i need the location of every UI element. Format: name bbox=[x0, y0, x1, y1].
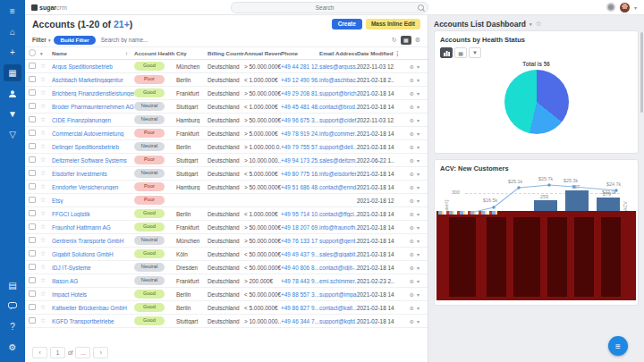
account-name-link[interactable]: Broder Pharmaunternehmen AG bbox=[52, 104, 134, 110]
global-search-input[interactable] bbox=[232, 4, 418, 12]
row-settings-icon[interactable]: ⚙ bbox=[410, 184, 414, 190]
table-row[interactable]: ☆ Impact Hotels Good Berlin Deutschland … bbox=[25, 288, 428, 301]
cell-phone[interactable]: +49 12 490 96... bbox=[281, 77, 319, 83]
settings-icon[interactable]: ⚙ bbox=[4, 339, 21, 356]
column-account-health[interactable]: Account Health bbox=[134, 50, 176, 56]
row-settings-icon[interactable]: ⚙ bbox=[410, 251, 414, 257]
refresh-icon[interactable]: ↻ bbox=[392, 37, 397, 44]
row-settings-icon[interactable]: ⚙ bbox=[410, 63, 414, 70]
cell-email[interactable]: info@elsdorfer... bbox=[319, 171, 357, 177]
table-row[interactable]: ☆ IDJ IT-Systeme Neutral Dresden Deutsch… bbox=[25, 261, 428, 274]
cell-phone[interactable]: +49 51 686 48... bbox=[281, 184, 319, 190]
row-expand-icon[interactable]: ▾ bbox=[417, 184, 419, 190]
search-icon[interactable] bbox=[418, 4, 424, 11]
column-city[interactable]: City bbox=[176, 50, 208, 56]
column-phone[interactable]: Phone bbox=[281, 50, 319, 56]
favorite-star-icon[interactable]: ☆ bbox=[40, 250, 52, 257]
home-icon[interactable]: ⌂ bbox=[4, 23, 21, 40]
row-settings-icon[interactable]: ⚙ bbox=[410, 224, 414, 231]
cell-phone[interactable]: +49 76 133 17 ... bbox=[281, 238, 319, 244]
table-row[interactable]: ☆ Kaltweiler Brückenbau GmbH Good Berlin… bbox=[25, 301, 428, 315]
account-name-link[interactable]: Brichberg Finanzdienstleistungen GmbH bbox=[52, 90, 134, 97]
account-name-link[interactable]: IDJ IT-Systeme bbox=[52, 265, 134, 271]
cell-email[interactable]: support@cidef... bbox=[319, 117, 357, 123]
cell-email[interactable]: contact@ennd... bbox=[319, 184, 357, 190]
cell-phone[interactable]: +49 79 755 57... bbox=[281, 144, 319, 150]
favorite-star-icon[interactable]: ☆ bbox=[40, 210, 52, 217]
account-name-link[interactable]: Iliason AG bbox=[52, 278, 134, 284]
row-settings-icon[interactable]: ⚙ bbox=[410, 144, 414, 150]
table-row[interactable]: ☆ Iliason AG Neutral Frankfurt Deutschla… bbox=[25, 274, 428, 288]
account-name-link[interactable]: Gigabit Solutions GmbH bbox=[52, 251, 134, 257]
favorite-star-icon[interactable]: ☆ bbox=[40, 304, 52, 311]
notifications-icon[interactable] bbox=[606, 3, 615, 12]
row-checkbox[interactable] bbox=[29, 304, 36, 311]
row-settings-icon[interactable]: ⚙ bbox=[410, 77, 414, 83]
favorite-star-icon[interactable]: ☆ bbox=[40, 116, 52, 123]
row-settings-icon[interactable]: ⚙ bbox=[410, 238, 414, 244]
favorite-star-icon[interactable]: ☆ bbox=[40, 277, 52, 284]
filter-dropdown[interactable]: Filter▾ bbox=[32, 37, 50, 43]
row-checkbox[interactable] bbox=[29, 170, 36, 177]
account-name-link[interactable]: Deitzmeier Software Systems bbox=[52, 157, 134, 164]
account-name-link[interactable]: Aschbach Marketingagentur bbox=[52, 77, 134, 83]
account-name-link[interactable]: KGFD Transportbetriebe bbox=[52, 318, 134, 324]
row-checkbox[interactable] bbox=[29, 250, 36, 257]
user-avatar[interactable] bbox=[620, 3, 630, 13]
table-row[interactable]: ☆ Brichberg Finanzdienstleistungen GmbH … bbox=[25, 87, 428, 100]
column-date-modified[interactable]: Date Modified bbox=[357, 50, 394, 56]
cell-email[interactable]: support@gent... bbox=[319, 238, 357, 244]
search-by-name-input[interactable] bbox=[99, 36, 388, 44]
favorite-star-icon[interactable]: ☆ bbox=[40, 170, 52, 177]
filter-icon[interactable]: ▼ bbox=[4, 105, 21, 122]
current-page[interactable]: 1 bbox=[50, 347, 65, 358]
row-settings-icon[interactable]: ⚙ bbox=[410, 104, 414, 110]
row-expand-icon[interactable]: ▾ bbox=[417, 265, 419, 271]
favorite-star-icon[interactable]: ☆ bbox=[40, 317, 52, 324]
account-name-link[interactable]: Fraunhof Hattmann AG bbox=[52, 224, 134, 231]
more-pages-button[interactable]: ... bbox=[75, 347, 90, 358]
header-caret-icon[interactable]: ▾ bbox=[40, 51, 52, 56]
cell-phone[interactable]: +49 40 806 8... bbox=[281, 265, 319, 271]
favorite-star-icon[interactable]: ☆ bbox=[40, 223, 52, 231]
row-expand-icon[interactable]: ▾ bbox=[417, 77, 419, 83]
cell-email[interactable]: info@aschbac... bbox=[319, 77, 357, 83]
row-checkbox[interactable] bbox=[29, 183, 36, 190]
chat-icon[interactable] bbox=[4, 298, 21, 315]
cell-email[interactable]: support@brich... bbox=[319, 90, 357, 97]
cell-phone[interactable]: +49 78 443 9... bbox=[281, 278, 319, 284]
row-settings-icon[interactable]: ⚙ bbox=[410, 130, 414, 137]
help-icon[interactable]: ? bbox=[4, 318, 21, 335]
favorite-star-icon[interactable]: ☆ bbox=[40, 89, 52, 97]
select-all-checkbox[interactable] bbox=[29, 49, 36, 56]
table-row[interactable]: ☆ Gentrenix Transporte GmbH Neutral Münc… bbox=[25, 234, 428, 248]
row-checkbox[interactable] bbox=[29, 89, 36, 97]
row-expand-icon[interactable]: ▾ bbox=[417, 278, 419, 284]
row-checkbox[interactable] bbox=[29, 317, 36, 324]
cell-phone[interactable]: +49 44 281 12... bbox=[281, 63, 319, 70]
cell-email[interactable]: contact@kalt... bbox=[319, 305, 357, 311]
cell-phone[interactable]: +49 18 207 69... bbox=[281, 224, 319, 231]
row-checkbox[interactable] bbox=[29, 210, 36, 217]
account-name-link[interactable]: Kaltweiler Brückenbau GmbH bbox=[52, 305, 134, 311]
column-name[interactable]: Name↑ bbox=[52, 50, 134, 56]
row-expand-icon[interactable]: ▾ bbox=[417, 305, 419, 311]
row-checkbox[interactable] bbox=[29, 156, 36, 164]
add-icon[interactable]: + bbox=[4, 44, 21, 61]
account-name-link[interactable]: Enndorfer Versicherungen bbox=[52, 184, 134, 190]
contacts-icon[interactable] bbox=[4, 85, 21, 102]
column-annual-revenue[interactable]: Annual Reven... bbox=[244, 50, 281, 56]
row-expand-icon[interactable]: ▾ bbox=[417, 291, 419, 298]
cell-email[interactable]: info@commer... bbox=[319, 130, 357, 137]
row-expand-icon[interactable]: ▾ bbox=[417, 130, 419, 137]
row-settings-icon[interactable]: ⚙ bbox=[410, 90, 414, 97]
cell-phone[interactable]: +49 94 173 25... bbox=[281, 157, 319, 164]
row-settings-icon[interactable]: ⚙ bbox=[410, 117, 414, 123]
row-settings-icon[interactable]: ⚙ bbox=[410, 265, 414, 271]
row-expand-icon[interactable]: ▾ bbox=[417, 318, 419, 324]
favorite-star-icon[interactable]: ☆ bbox=[40, 197, 52, 204]
create-button[interactable]: Create bbox=[332, 19, 362, 29]
favorite-star-icon[interactable]: ☆ bbox=[40, 183, 52, 190]
account-name-link[interactable]: Elsdorfer Investments bbox=[52, 171, 134, 177]
favorite-star-icon[interactable]: ☆ bbox=[40, 156, 52, 164]
